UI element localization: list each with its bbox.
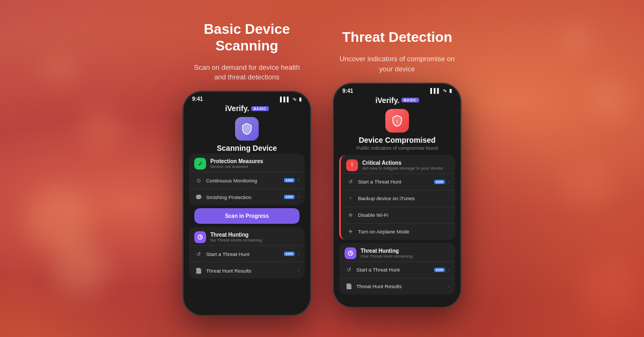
left-threat-section: Threat Hunting No Threat Hunts remaining…: [189, 227, 305, 279]
right-app-badge: BASIC: [401, 98, 419, 102]
left-app-badge: BASIC: [251, 106, 268, 111]
scan-progress-button[interactable]: Scan in Progress: [194, 208, 299, 224]
left-panel-subtitle: Scan on demand for device health and thr…: [188, 63, 306, 82]
left-start-threat-item[interactable]: ↺ Start a Threat Hunt EDR ›: [189, 245, 305, 262]
right-status-icons: ▌▌▌ ∿ ▮: [430, 88, 452, 93]
right-threat-title: Threat Hunting: [361, 248, 450, 254]
right-threat-header-text: Threat Hunting One Threat Hunt remaining: [361, 248, 450, 259]
left-phone-content: iVerify. BASIC Scanning Device: [184, 104, 310, 282]
right-device-subtitle: Public indicators of compromise found: [339, 145, 455, 151]
right-phone: 9:41 ▌▌▌ ∿ ▮ iVerify. BASIC: [333, 83, 462, 308]
signal-icon: ▌▌▌: [280, 97, 290, 102]
right-phone-content: iVerify. BASIC ! Device Compromised Publ…: [334, 96, 460, 298]
right-results-item[interactable]: 📄 Threat Hunt Results ›: [339, 278, 455, 295]
left-protection-icon: ✓: [194, 158, 206, 170]
right-shield-wrapper: !: [339, 109, 455, 133]
airplane-item[interactable]: ✈ Turn on Airplane Mode: [341, 223, 455, 240]
airplane-label: Turn on Airplane Mode: [358, 229, 450, 235]
right-shield-icon: !: [385, 109, 409, 133]
right-panel-section: Threat Detection Uncover indicators of c…: [333, 29, 462, 308]
monitoring-chevron: ›: [298, 178, 299, 183]
right-start-threat-label: Start a Threat Hunt: [358, 179, 431, 185]
left-panel-title: Basic Device Scanning: [188, 21, 306, 54]
smishing-edr-badge: EDR: [284, 195, 295, 199]
backup-icon: ↑: [346, 194, 355, 203]
right-panel-title: Threat Detection: [342, 29, 452, 46]
wifi-item[interactable]: ≋ Disable Wi-Fi: [341, 207, 455, 223]
left-app-name: iVerify.: [225, 104, 249, 113]
right-signal-icon: ▌▌▌: [430, 88, 441, 93]
backup-item[interactable]: ↑ Backup device on iTunes: [341, 190, 455, 207]
smishing-label: Smishing Protection: [206, 194, 281, 200]
left-phone: 9:41 ▌▌▌ ∿ ▮ iVerify. BASIC: [182, 91, 311, 316]
right-start-threat-edr: EDR: [434, 180, 445, 184]
critical-actions-icon: !: [346, 159, 358, 171]
right-status-bar: 9:41 ▌▌▌ ∿ ▮: [334, 84, 460, 96]
left-protection-desc: Device not scanned: [210, 164, 299, 169]
critical-actions-title: Critical Actions: [362, 160, 450, 166]
right-results-icon: 📄: [345, 282, 353, 291]
left-status-icons: ▌▌▌ ∿ ▮: [280, 97, 302, 102]
right-results-label: Threat Hunt Results: [356, 283, 445, 289]
right-battery-icon: ▮: [449, 88, 452, 93]
left-start-threat-icon: ↺: [194, 250, 203, 258]
right-time: 9:41: [342, 88, 353, 94]
left-start-threat-edr: EDR: [284, 252, 295, 256]
right-wifi-icon: ∿: [443, 88, 447, 93]
left-status-bar: 9:41 ▌▌▌ ∿ ▮: [184, 92, 310, 104]
right-start-threat-chevron: ›: [448, 179, 450, 185]
left-threat-results-icon: 📄: [194, 266, 203, 275]
left-time: 9:41: [192, 96, 203, 102]
right-app-header: iVerify. BASIC: [339, 96, 455, 105]
left-start-threat-chevron: ›: [298, 251, 299, 257]
wifi-label: Disable Wi-Fi: [358, 212, 450, 218]
left-monitoring-item[interactable]: ⊙ Continuous Monitoring EDR ›: [189, 172, 305, 188]
panels-container: Basic Device Scanning Scan on demand for…: [0, 0, 644, 337]
right-threat-header: Threat Hunting One Threat Hunt remaining: [339, 243, 455, 261]
right-threat-section: Threat Hunting One Threat Hunt remaining…: [339, 243, 455, 295]
right-results-chevron: ›: [448, 284, 450, 289]
right-start-threat-icon: ↺: [346, 178, 355, 186]
left-scan-icon: [235, 117, 259, 141]
left-smishing-item[interactable]: 💬 Smishing Protection EDR ›: [189, 188, 305, 205]
right-hunt-edr: EDR: [434, 268, 445, 272]
right-hunt-start-icon: ↺: [345, 266, 353, 274]
airplane-icon: ✈: [346, 228, 355, 236]
right-hunt-start-label: Start a Threat Hunt: [356, 267, 431, 273]
left-protection-section: ✓ Protection Measures Device not scanned…: [189, 153, 305, 205]
critical-actions-desc: Act now to mitigate damage to your devic…: [362, 166, 450, 171]
left-threat-desc: No Threat Hunts remaining: [210, 238, 299, 243]
left-protection-title: Protection Measures: [210, 158, 299, 164]
monitoring-label: Continuous Monitoring: [206, 178, 281, 184]
left-protection-header-text: Protection Measures Device not scanned: [210, 158, 299, 169]
left-threat-results-label: Threat Hunt Results: [206, 268, 295, 274]
right-app-name: iVerify.: [375, 96, 399, 105]
smishing-chevron: ›: [298, 194, 299, 200]
wifi-icon: ∿: [292, 97, 297, 102]
monitoring-icon: ⊙: [194, 176, 203, 185]
right-hunt-start-item[interactable]: ↺ Start a Threat Hunt EDR ›: [339, 261, 455, 278]
left-scan-icon-wrapper: [189, 117, 305, 141]
right-threat-icon: [345, 247, 356, 259]
left-start-threat-label: Start a Threat Hunt: [206, 251, 281, 257]
right-hunt-chevron: ›: [448, 267, 450, 273]
right-panel-subtitle: Uncover indicators of compromise on your…: [338, 54, 456, 74]
left-threat-results-item[interactable]: 📄 Threat Hunt Results ›: [189, 262, 305, 279]
left-threat-title: Threat Hunting: [210, 232, 299, 238]
left-app-header: iVerify. BASIC: [189, 104, 305, 113]
battery-icon: ▮: [299, 97, 302, 102]
right-threat-desc: One Threat Hunt remaining: [361, 254, 450, 259]
smishing-icon: 💬: [194, 193, 203, 201]
right-device-title: Device Compromised: [339, 136, 455, 144]
left-results-chevron: ›: [298, 268, 299, 273]
left-panel-section: Basic Device Scanning Scan on demand for…: [182, 21, 311, 317]
left-threat-header: Threat Hunting No Threat Hunts remaining: [189, 227, 305, 245]
left-threat-icon: [194, 231, 206, 243]
svg-text:!: !: [397, 119, 398, 124]
left-device-title: Scanning Device: [189, 144, 305, 152]
left-protection-header: ✓ Protection Measures Device not scanned: [189, 153, 305, 172]
right-start-threat-item[interactable]: ↺ Start a Threat Hunt EDR ›: [341, 173, 455, 190]
left-threat-header-text: Threat Hunting No Threat Hunts remaining: [210, 232, 299, 243]
backup-label: Backup device on iTunes: [358, 195, 450, 201]
critical-actions-header: ! Critical Actions Act now to mitigate d…: [341, 155, 455, 173]
